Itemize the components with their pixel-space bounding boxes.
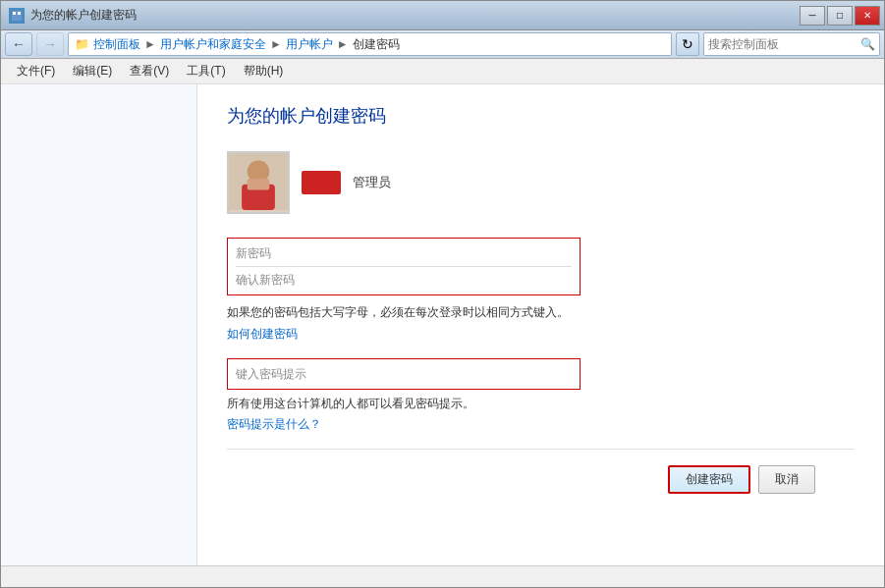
menu-file[interactable]: 文件(F) (9, 61, 63, 81)
address-area: ← → 📁 控制面板 ► 用户帐户和家庭安全 ► 用户帐户 ► 创建密码 ↻ 🔍 (1, 30, 884, 59)
menu-bar: 文件(F) 编辑(E) 查看(V) 工具(T) 帮助(H) (1, 59, 884, 84)
folder-icon: 📁 (75, 37, 89, 51)
window-controls: ─ □ ✕ (800, 6, 880, 26)
search-icon[interactable]: 🔍 (860, 37, 875, 51)
cancel-button[interactable]: 取消 (758, 465, 815, 494)
password-hint-input[interactable] (236, 365, 572, 383)
hint-note: 所有使用这台计算机的人都可以看见密码提示。 (227, 396, 698, 412)
breadcrumb-current: 创建密码 (353, 36, 400, 53)
menu-tools[interactable]: 工具(T) (179, 61, 233, 81)
breadcrumb-user-account[interactable]: 用户帐户 (286, 36, 333, 53)
action-row: 创建密码 取消 (227, 465, 855, 494)
left-nav-panel (1, 84, 197, 565)
how-to-create-link[interactable]: 如何创建密码 (227, 327, 298, 341)
main-window: 为您的帐户创建密码 ─ □ ✕ ← → 📁 控制面板 ► 用户帐户和家庭安全 ►… (0, 0, 885, 588)
svg-rect-6 (248, 179, 270, 189)
window-title: 为您的帐户创建密码 (30, 7, 137, 24)
menu-help[interactable]: 帮助(H) (236, 61, 292, 81)
refresh-button[interactable]: ↻ (676, 32, 699, 56)
breadcrumb-bar: 📁 控制面板 ► 用户帐户和家庭安全 ► 用户帐户 ► 创建密码 (68, 32, 672, 56)
user-avatar (227, 151, 290, 214)
right-panel: 为您的帐户创建密码 管理员 (197, 84, 884, 565)
confirm-password-input[interactable] (236, 271, 572, 289)
breadcrumb-control-panel[interactable]: 控制面板 (93, 36, 140, 53)
hint-input-section: 所有使用这台计算机的人都可以看见密码提示。 密码提示是什么？ (227, 358, 855, 433)
user-badge-container (302, 171, 341, 194)
title-bar-left: 为您的帐户创建密码 (9, 7, 137, 24)
user-badge (302, 171, 341, 194)
user-name: 管理员 (353, 174, 391, 191)
restore-button[interactable]: □ (827, 6, 853, 26)
password-hint-text: 如果您的密码包括大写字母，必须在每次登录时以相同方式键入。 (227, 303, 698, 322)
password-form-section: 如果您的密码包括大写字母，必须在每次登录时以相同方式键入。 如何创建密码 (227, 238, 855, 343)
new-password-input[interactable] (236, 244, 572, 262)
divider (227, 449, 855, 450)
status-bar (1, 565, 884, 587)
create-password-button[interactable]: 创建密码 (668, 465, 750, 494)
page-title: 为您的帐户创建密码 (227, 104, 855, 128)
minimize-button[interactable]: ─ (800, 6, 825, 26)
user-section: 管理员 (227, 151, 855, 214)
search-input[interactable] (708, 37, 857, 51)
back-button[interactable]: ← (5, 32, 32, 56)
what-is-hint-link[interactable]: 密码提示是什么？ (227, 417, 321, 431)
search-bar: 🔍 (703, 32, 880, 56)
avatar-image (229, 151, 288, 212)
svg-rect-1 (13, 12, 16, 15)
menu-edit[interactable]: 编辑(E) (65, 61, 120, 81)
hint-input-outline (227, 358, 581, 390)
breadcrumb-user-family[interactable]: 用户帐户和家庭安全 (160, 36, 266, 53)
window-icon (9, 8, 25, 24)
svg-rect-2 (18, 12, 21, 15)
address-row: ← → 📁 控制面板 ► 用户帐户和家庭安全 ► 用户帐户 ► 创建密码 ↻ 🔍 (5, 32, 880, 56)
main-content: 为您的帐户创建密码 管理员 (1, 84, 884, 565)
close-button[interactable]: ✕ (855, 6, 880, 26)
password-input-group (227, 238, 581, 295)
menu-view[interactable]: 查看(V) (122, 61, 177, 81)
input-separator (236, 266, 572, 267)
forward-button[interactable]: → (36, 32, 64, 56)
title-bar: 为您的帐户创建密码 ─ □ ✕ (1, 1, 884, 30)
